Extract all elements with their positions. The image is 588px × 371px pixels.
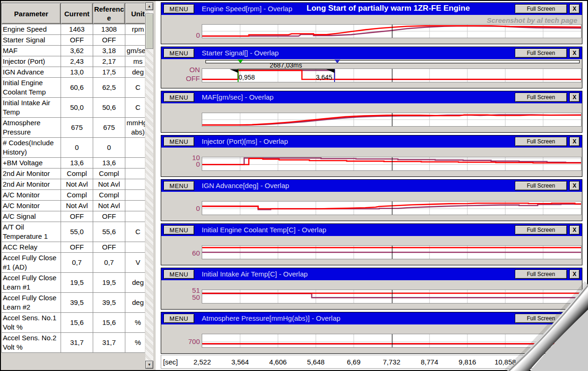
unit-cell: [125, 35, 145, 46]
unit-cell: [125, 211, 145, 222]
parameter-cell: Atmosphere Pressure: [2, 118, 61, 138]
table-row: A/C SignalOFFOFF: [2, 211, 145, 222]
current-value-cell: 0: [61, 138, 93, 158]
slider-marker-blue-icon[interactable]: [335, 60, 340, 63]
panel-header: MENUMAF[gm/sec] - OverlapFull ScreenX: [161, 91, 582, 103]
reference-value-cell: 55,6: [93, 222, 125, 242]
reference-value-cell: 50,6: [93, 98, 125, 118]
full-screen-button[interactable]: Full Screen: [515, 93, 567, 102]
unit-cell: ms: [125, 56, 145, 67]
parameter-cell: Starter Signal: [2, 35, 61, 46]
reference-value-cell: 13,6: [93, 158, 125, 169]
parameter-cell: 2nd Air Monitor: [2, 169, 61, 179]
full-screen-button[interactable]: Full Screen: [515, 4, 567, 13]
axis-tick: 7,732: [376, 358, 408, 366]
panel-title: MAF[gm/sec] - Overlap: [202, 93, 273, 101]
table-scrollbar[interactable]: ▲ ▼: [145, 2, 153, 369]
parameter-cell: A/C Signal: [2, 211, 61, 222]
table-row: Initial Intake Air Temp50,050,6C: [2, 98, 145, 118]
reference-value-cell: 62,5: [93, 78, 125, 98]
slider-marker-green-icon[interactable]: [238, 60, 243, 63]
menu-button[interactable]: MENU: [164, 137, 194, 146]
table-header-unit[interactable]: Unit: [125, 3, 145, 24]
unit-cell: %: [125, 313, 145, 333]
panel-title: Engine Speed[rpm] - Overlap: [202, 5, 292, 13]
reference-value-cell: Not Avl: [93, 201, 125, 211]
current-value-cell: 1463: [61, 24, 93, 35]
unit-cell: [125, 179, 145, 190]
menu-button[interactable]: MENU: [164, 181, 194, 190]
full-screen-button[interactable]: Full Screen: [515, 137, 567, 146]
y-axis-label: ON: [161, 66, 200, 74]
unit-cell: deg: [125, 273, 145, 293]
parameter-cell: Engine Speed: [2, 24, 61, 35]
panel-title: Starter Signal[] - Overlap: [202, 49, 279, 57]
current-value-cell: Compl: [61, 190, 93, 201]
parameter-cell: Accel Fully Close #1 (AD): [2, 253, 61, 273]
current-value-cell: 60,6: [61, 78, 93, 98]
panel-header: MENUInjector (Port)[ms] - OverlapFull Sc…: [161, 135, 582, 148]
current-value-cell: Compl: [61, 169, 93, 179]
current-value-cell: OFF: [61, 35, 93, 46]
close-button[interactable]: X: [569, 4, 580, 13]
start-flag-icon: [230, 69, 238, 73]
parameter-cell: Accel Sens. No.1 Volt %: [2, 313, 61, 333]
table-header-reference[interactable]: Reference: [93, 3, 125, 24]
table-row: # Codes(Include History)00: [2, 138, 145, 158]
reference-value-cell: 3,18: [93, 46, 125, 56]
current-value-cell: 675: [61, 118, 93, 138]
reference-value-cell: 1308: [93, 24, 125, 35]
panel-title: Atmosphere Pressure[mmHg(abs)] - Overlap: [202, 314, 341, 322]
current-value-cell: 55,0: [61, 222, 93, 242]
time-axis-unit: [sec]: [163, 358, 178, 366]
close-button[interactable]: X: [569, 48, 580, 58]
table-header-parameter[interactable]: Parameter: [2, 3, 61, 24]
page-curl-decoration: [476, 269, 588, 371]
plot-area: [202, 245, 581, 259]
current-value-cell: 0,7: [61, 253, 93, 273]
reference-value-cell: Compl: [93, 169, 125, 179]
axis-tick: 8,774: [413, 358, 446, 366]
scrollbar-thumb[interactable]: [145, 13, 153, 49]
table-header-current[interactable]: Current: [61, 3, 93, 24]
close-button[interactable]: X: [569, 181, 580, 190]
menu-button[interactable]: MENU: [164, 225, 194, 235]
current-value-cell: OFF: [61, 242, 93, 253]
menu-button[interactable]: MENU: [164, 314, 194, 323]
menu-button[interactable]: MENU: [164, 48, 194, 58]
menu-button[interactable]: MENU: [164, 270, 194, 279]
chart-canvas: [202, 202, 581, 215]
scroll-up-button[interactable]: ▲: [145, 2, 153, 10]
full-screen-button[interactable]: Full Screen: [515, 181, 567, 190]
close-button[interactable]: X: [569, 137, 580, 146]
table-row: MAF3,623,18gm/sec: [2, 46, 145, 56]
scroll-down-button[interactable]: ▼: [145, 361, 153, 369]
parameter-cell: 2nd Air Monitor: [2, 179, 61, 190]
parameter-table-container: ParameterCurrentReferenceUnit Engine Spe…: [1, 3, 145, 369]
techstream-window: ParameterCurrentReferenceUnit Engine Spe…: [0, 0, 588, 371]
plot-area: [202, 113, 581, 127]
full-screen-button[interactable]: Full Screen: [515, 225, 567, 235]
current-value-cell: 19,5: [61, 273, 93, 293]
panel-header: MENUInitial Engine Coolant Temp[C] - Ove…: [161, 224, 582, 236]
menu-button[interactable]: MENU: [164, 93, 194, 102]
full-screen-button[interactable]: Full Screen: [515, 48, 567, 58]
y-axis-label: 700: [161, 338, 200, 345]
table-row: A/C MonitorNot AvlNot Avl: [2, 201, 145, 211]
table-row: Atmosphere Pressure675675mmHg(abs): [2, 118, 145, 138]
close-button[interactable]: X: [569, 225, 580, 235]
current-value-cell: 50,0: [61, 98, 93, 118]
watermark-text: Screenshot by al tech page: [487, 16, 577, 24]
menu-button[interactable]: MENU: [164, 4, 194, 13]
close-button[interactable]: X: [569, 93, 580, 102]
parameter-cell: Accel Fully Close Learn #2: [2, 293, 61, 313]
unit-cell: mmHg(abs): [125, 118, 145, 138]
chart-canvas: [202, 113, 581, 126]
axis-tick: 6,69: [337, 358, 370, 366]
reference-value-cell: 675: [93, 118, 125, 138]
chart-canvas: [202, 25, 581, 38]
unit-cell: [125, 158, 145, 169]
current-value-cell: 13,6: [61, 158, 93, 169]
unit-cell: deg: [125, 67, 145, 78]
unit-cell: [125, 190, 145, 201]
